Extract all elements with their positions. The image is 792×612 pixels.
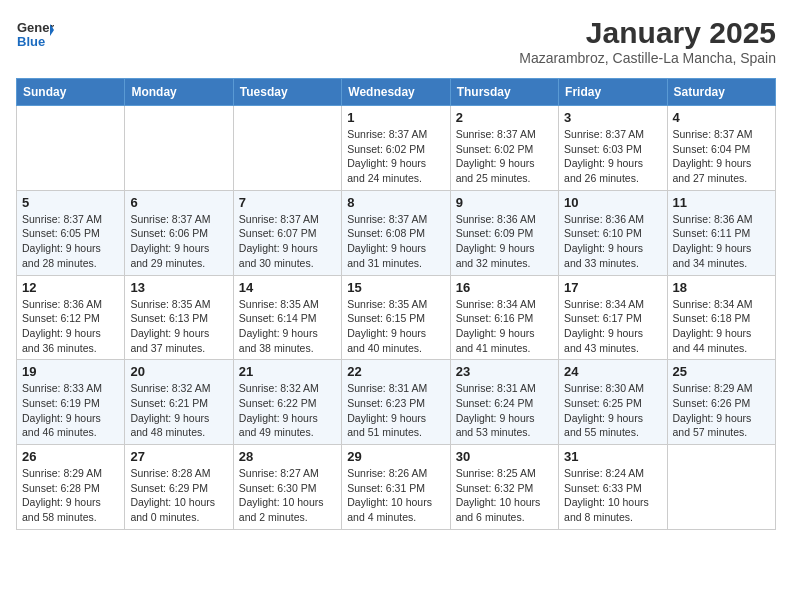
calendar-cell: 22 Sunrise: 8:31 AMSunset: 6:23 PMDaylig… (342, 360, 450, 445)
weekday-header-wednesday: Wednesday (342, 79, 450, 106)
calendar-cell: 1 Sunrise: 8:37 AMSunset: 6:02 PMDayligh… (342, 106, 450, 191)
day-info: Sunrise: 8:33 AMSunset: 6:19 PMDaylight:… (22, 381, 119, 440)
calendar-cell: 10 Sunrise: 8:36 AMSunset: 6:10 PMDaylig… (559, 190, 667, 275)
day-info: Sunrise: 8:31 AMSunset: 6:23 PMDaylight:… (347, 381, 444, 440)
calendar-cell: 9 Sunrise: 8:36 AMSunset: 6:09 PMDayligh… (450, 190, 558, 275)
logo: General Blue (16, 16, 54, 54)
day-number: 15 (347, 280, 444, 295)
weekday-header-friday: Friday (559, 79, 667, 106)
day-number: 7 (239, 195, 336, 210)
calendar-cell: 2 Sunrise: 8:37 AMSunset: 6:02 PMDayligh… (450, 106, 558, 191)
calendar-week-row: 19 Sunrise: 8:33 AMSunset: 6:19 PMDaylig… (17, 360, 776, 445)
day-number: 19 (22, 364, 119, 379)
calendar-cell: 25 Sunrise: 8:29 AMSunset: 6:26 PMDaylig… (667, 360, 775, 445)
day-number: 10 (564, 195, 661, 210)
calendar-cell: 17 Sunrise: 8:34 AMSunset: 6:17 PMDaylig… (559, 275, 667, 360)
day-number: 14 (239, 280, 336, 295)
day-number: 27 (130, 449, 227, 464)
day-info: Sunrise: 8:37 AMSunset: 6:02 PMDaylight:… (456, 127, 553, 186)
logo-svg: General Blue (16, 16, 54, 54)
weekday-header-row: SundayMondayTuesdayWednesdayThursdayFrid… (17, 79, 776, 106)
calendar-week-row: 1 Sunrise: 8:37 AMSunset: 6:02 PMDayligh… (17, 106, 776, 191)
day-info: Sunrise: 8:28 AMSunset: 6:29 PMDaylight:… (130, 466, 227, 525)
calendar-cell: 15 Sunrise: 8:35 AMSunset: 6:15 PMDaylig… (342, 275, 450, 360)
page-header: General Blue January 2025 Mazarambroz, C… (16, 16, 776, 66)
calendar-cell: 24 Sunrise: 8:30 AMSunset: 6:25 PMDaylig… (559, 360, 667, 445)
calendar-cell: 31 Sunrise: 8:24 AMSunset: 6:33 PMDaylig… (559, 445, 667, 530)
calendar-cell: 26 Sunrise: 8:29 AMSunset: 6:28 PMDaylig… (17, 445, 125, 530)
calendar-cell: 23 Sunrise: 8:31 AMSunset: 6:24 PMDaylig… (450, 360, 558, 445)
day-info: Sunrise: 8:36 AMSunset: 6:11 PMDaylight:… (673, 212, 770, 271)
weekday-header-monday: Monday (125, 79, 233, 106)
day-number: 1 (347, 110, 444, 125)
day-info: Sunrise: 8:34 AMSunset: 6:16 PMDaylight:… (456, 297, 553, 356)
day-info: Sunrise: 8:35 AMSunset: 6:13 PMDaylight:… (130, 297, 227, 356)
day-info: Sunrise: 8:37 AMSunset: 6:05 PMDaylight:… (22, 212, 119, 271)
calendar-subtitle: Mazarambroz, Castille-La Mancha, Spain (519, 50, 776, 66)
day-info: Sunrise: 8:25 AMSunset: 6:32 PMDaylight:… (456, 466, 553, 525)
calendar-cell: 18 Sunrise: 8:34 AMSunset: 6:18 PMDaylig… (667, 275, 775, 360)
title-block: January 2025 Mazarambroz, Castille-La Ma… (519, 16, 776, 66)
calendar-cell: 11 Sunrise: 8:36 AMSunset: 6:11 PMDaylig… (667, 190, 775, 275)
day-info: Sunrise: 8:27 AMSunset: 6:30 PMDaylight:… (239, 466, 336, 525)
weekday-header-tuesday: Tuesday (233, 79, 341, 106)
calendar-week-row: 12 Sunrise: 8:36 AMSunset: 6:12 PMDaylig… (17, 275, 776, 360)
day-number: 6 (130, 195, 227, 210)
calendar-cell: 14 Sunrise: 8:35 AMSunset: 6:14 PMDaylig… (233, 275, 341, 360)
day-number: 17 (564, 280, 661, 295)
day-number: 26 (22, 449, 119, 464)
weekday-header-thursday: Thursday (450, 79, 558, 106)
calendar-cell: 16 Sunrise: 8:34 AMSunset: 6:16 PMDaylig… (450, 275, 558, 360)
calendar-cell: 6 Sunrise: 8:37 AMSunset: 6:06 PMDayligh… (125, 190, 233, 275)
day-number: 2 (456, 110, 553, 125)
day-info: Sunrise: 8:31 AMSunset: 6:24 PMDaylight:… (456, 381, 553, 440)
day-info: Sunrise: 8:37 AMSunset: 6:08 PMDaylight:… (347, 212, 444, 271)
calendar-cell: 13 Sunrise: 8:35 AMSunset: 6:13 PMDaylig… (125, 275, 233, 360)
calendar-cell (125, 106, 233, 191)
calendar-cell (233, 106, 341, 191)
day-info: Sunrise: 8:37 AMSunset: 6:03 PMDaylight:… (564, 127, 661, 186)
day-number: 30 (456, 449, 553, 464)
day-number: 4 (673, 110, 770, 125)
day-number: 16 (456, 280, 553, 295)
svg-text:Blue: Blue (17, 34, 45, 49)
day-info: Sunrise: 8:35 AMSunset: 6:14 PMDaylight:… (239, 297, 336, 356)
day-info: Sunrise: 8:29 AMSunset: 6:28 PMDaylight:… (22, 466, 119, 525)
calendar-cell: 30 Sunrise: 8:25 AMSunset: 6:32 PMDaylig… (450, 445, 558, 530)
svg-text:General: General (17, 20, 54, 35)
calendar-cell: 7 Sunrise: 8:37 AMSunset: 6:07 PMDayligh… (233, 190, 341, 275)
day-number: 31 (564, 449, 661, 464)
day-info: Sunrise: 8:32 AMSunset: 6:22 PMDaylight:… (239, 381, 336, 440)
day-info: Sunrise: 8:37 AMSunset: 6:06 PMDaylight:… (130, 212, 227, 271)
calendar-cell: 28 Sunrise: 8:27 AMSunset: 6:30 PMDaylig… (233, 445, 341, 530)
day-number: 18 (673, 280, 770, 295)
day-number: 22 (347, 364, 444, 379)
day-info: Sunrise: 8:24 AMSunset: 6:33 PMDaylight:… (564, 466, 661, 525)
calendar-cell (667, 445, 775, 530)
calendar-cell: 20 Sunrise: 8:32 AMSunset: 6:21 PMDaylig… (125, 360, 233, 445)
weekday-header-sunday: Sunday (17, 79, 125, 106)
day-number: 21 (239, 364, 336, 379)
calendar-week-row: 26 Sunrise: 8:29 AMSunset: 6:28 PMDaylig… (17, 445, 776, 530)
calendar-table: SundayMondayTuesdayWednesdayThursdayFrid… (16, 78, 776, 530)
day-number: 11 (673, 195, 770, 210)
day-number: 12 (22, 280, 119, 295)
day-info: Sunrise: 8:34 AMSunset: 6:18 PMDaylight:… (673, 297, 770, 356)
day-number: 3 (564, 110, 661, 125)
day-info: Sunrise: 8:26 AMSunset: 6:31 PMDaylight:… (347, 466, 444, 525)
day-info: Sunrise: 8:29 AMSunset: 6:26 PMDaylight:… (673, 381, 770, 440)
day-number: 24 (564, 364, 661, 379)
day-info: Sunrise: 8:36 AMSunset: 6:12 PMDaylight:… (22, 297, 119, 356)
day-number: 20 (130, 364, 227, 379)
day-info: Sunrise: 8:34 AMSunset: 6:17 PMDaylight:… (564, 297, 661, 356)
day-number: 9 (456, 195, 553, 210)
day-number: 13 (130, 280, 227, 295)
day-info: Sunrise: 8:32 AMSunset: 6:21 PMDaylight:… (130, 381, 227, 440)
day-number: 29 (347, 449, 444, 464)
day-number: 5 (22, 195, 119, 210)
calendar-cell: 4 Sunrise: 8:37 AMSunset: 6:04 PMDayligh… (667, 106, 775, 191)
calendar-title: January 2025 (519, 16, 776, 50)
calendar-cell (17, 106, 125, 191)
weekday-header-saturday: Saturday (667, 79, 775, 106)
day-number: 28 (239, 449, 336, 464)
